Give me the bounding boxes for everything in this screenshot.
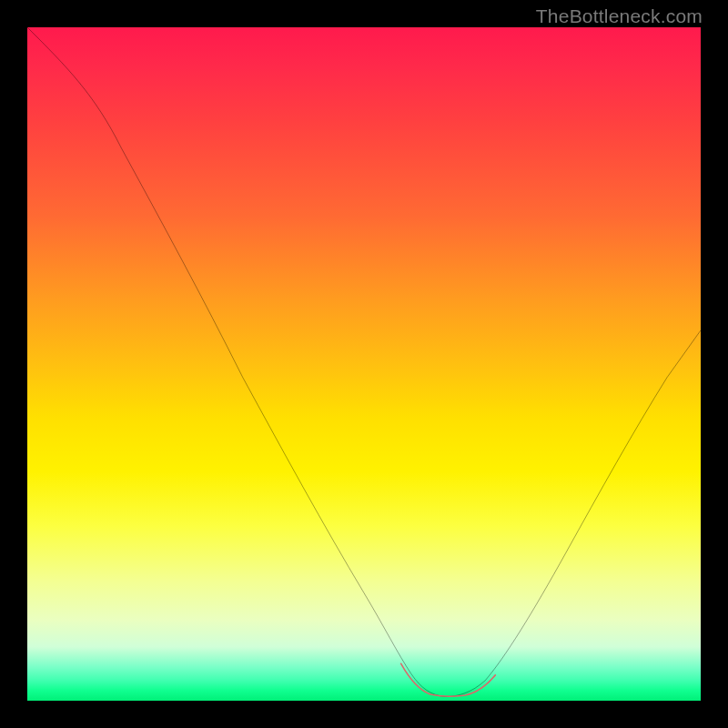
chart-frame: TheBottleneck.com xyxy=(0,0,728,728)
bottleneck-curve xyxy=(27,27,701,701)
curve-path xyxy=(27,27,701,697)
plot-area xyxy=(27,27,701,701)
watermark-text: TheBottleneck.com xyxy=(536,5,703,27)
flat-minimum-marker xyxy=(401,663,496,696)
